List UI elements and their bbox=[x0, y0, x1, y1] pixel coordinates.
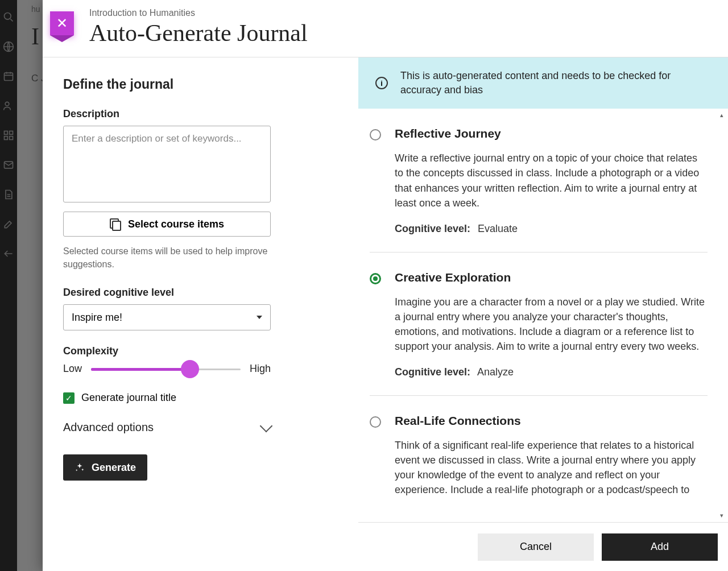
svg-point-3 bbox=[5, 102, 9, 106]
suggestion-cognitive-row: Cognitive level: Analyze bbox=[395, 366, 708, 378]
select-course-items-label: Select course items bbox=[128, 218, 224, 230]
cancel-button[interactable]: Cancel bbox=[478, 533, 594, 561]
suggestion-cognitive-row: Cognitive level: Evaluate bbox=[395, 223, 708, 235]
doc-icon bbox=[3, 189, 14, 200]
cognitive-value: Analyze bbox=[477, 366, 514, 378]
course-items-icon bbox=[110, 218, 121, 230]
svg-point-0 bbox=[5, 13, 11, 20]
modal-panel: Introduction to Humanities Auto-Generate… bbox=[43, 0, 728, 571]
suggestion-body: Write a reflective journal entry on a to… bbox=[395, 151, 708, 210]
advanced-options-toggle[interactable]: Advanced options bbox=[63, 421, 271, 434]
add-button[interactable]: Add bbox=[602, 533, 718, 561]
complexity-label: Complexity bbox=[63, 345, 338, 357]
suggestion-option: Real-Life Connections Think of a signifi… bbox=[370, 396, 708, 527]
search-icon bbox=[3, 11, 14, 23]
close-icon: ✕ bbox=[56, 15, 68, 31]
panel-header: Introduction to Humanities Auto-Generate… bbox=[43, 0, 728, 57]
globe-icon bbox=[3, 41, 14, 52]
cognitive-value: Evaluate bbox=[478, 223, 518, 234]
calendar-icon bbox=[3, 71, 14, 82]
back-icon bbox=[3, 248, 14, 259]
suggestion-body: Imagine you are a character from a novel… bbox=[395, 295, 708, 354]
suggestions-column: i This is auto-generated content and nee… bbox=[358, 57, 728, 571]
grid-icon bbox=[3, 130, 14, 141]
chevron-down-icon bbox=[257, 316, 262, 319]
svg-rect-6 bbox=[5, 136, 8, 140]
page-title: Auto-Generate Journal bbox=[89, 19, 708, 47]
panel-body: Define the journal Description Select co… bbox=[43, 57, 728, 571]
svg-rect-5 bbox=[10, 131, 13, 135]
suggestion-radio[interactable] bbox=[370, 129, 381, 140]
chevron-down-icon bbox=[260, 420, 273, 433]
suggestion-title: Reflective Journey bbox=[395, 127, 708, 140]
slider-fill bbox=[91, 368, 190, 371]
people-icon bbox=[3, 100, 14, 111]
svg-rect-7 bbox=[10, 136, 13, 140]
cognitive-label: Cognitive level: bbox=[395, 366, 470, 378]
section-title: Define the journal bbox=[63, 77, 338, 92]
suggestion-content: Creative Exploration Imagine you are a c… bbox=[395, 271, 708, 378]
breadcrumb: Introduction to Humanities bbox=[89, 8, 708, 18]
svg-rect-2 bbox=[5, 73, 13, 80]
app-left-rail bbox=[0, 0, 17, 571]
info-banner-text: This is auto-generated content and needs… bbox=[400, 69, 711, 97]
complexity-high-label: High bbox=[250, 363, 271, 375]
scroll-down-icon: ▾ bbox=[720, 512, 727, 519]
select-course-items-button[interactable]: Select course items bbox=[63, 212, 271, 237]
description-label: Description bbox=[63, 108, 338, 120]
svg-rect-4 bbox=[5, 131, 8, 135]
generate-title-checkbox[interactable]: ✓ bbox=[63, 392, 75, 404]
generate-title-row: ✓ Generate journal title bbox=[63, 392, 338, 404]
edit-icon bbox=[3, 218, 14, 230]
description-input[interactable] bbox=[63, 126, 271, 202]
suggestion-title: Creative Exploration bbox=[395, 271, 708, 284]
suggestions-list[interactable]: Reflective Journey Write a reflective jo… bbox=[358, 109, 728, 571]
slider-thumb[interactable] bbox=[181, 360, 199, 378]
mail-icon bbox=[3, 159, 14, 171]
suggestion-option: Reflective Journey Write a reflective jo… bbox=[370, 109, 708, 252]
cognitive-level-label: Desired cognitive level bbox=[63, 287, 338, 299]
suggestion-content: Reflective Journey Write a reflective jo… bbox=[395, 127, 708, 234]
cognitive-label: Cognitive level: bbox=[395, 223, 470, 234]
suggestion-body: Think of a significant real-life experie… bbox=[395, 438, 708, 497]
cognitive-level-select[interactable]: Inspire me! bbox=[63, 304, 271, 330]
suggestion-content: Real-Life Connections Think of a signifi… bbox=[395, 414, 708, 510]
backdrop-title: I bbox=[31, 23, 39, 50]
cognitive-level-value: Inspire me! bbox=[72, 312, 122, 324]
suggestion-option: Creative Exploration Imagine you are a c… bbox=[370, 253, 708, 396]
footer: Cancel Add bbox=[358, 522, 728, 571]
generate-title-label: Generate journal title bbox=[81, 392, 176, 404]
suggestion-radio[interactable] bbox=[370, 273, 381, 284]
scroll-up-icon: ▴ bbox=[720, 111, 727, 118]
backdrop-crumb: hu bbox=[31, 5, 40, 14]
sparkle-icon bbox=[75, 462, 85, 473]
info-icon: i bbox=[375, 77, 388, 89]
generate-button-label: Generate bbox=[92, 462, 136, 474]
info-banner: i This is auto-generated content and nee… bbox=[358, 57, 728, 109]
close-button[interactable]: ✕ bbox=[50, 11, 74, 35]
suggestion-title: Real-Life Connections bbox=[395, 414, 708, 428]
complexity-slider[interactable] bbox=[91, 363, 241, 375]
generate-button[interactable]: Generate bbox=[63, 454, 147, 481]
select-items-help-text: Selected course items will be used to he… bbox=[63, 245, 271, 271]
suggestion-radio[interactable] bbox=[370, 416, 381, 428]
complexity-slider-row: Low High bbox=[63, 363, 271, 375]
complexity-low-label: Low bbox=[63, 363, 82, 375]
define-journal-column: Define the journal Description Select co… bbox=[43, 57, 358, 571]
advanced-options-label: Advanced options bbox=[63, 421, 154, 434]
